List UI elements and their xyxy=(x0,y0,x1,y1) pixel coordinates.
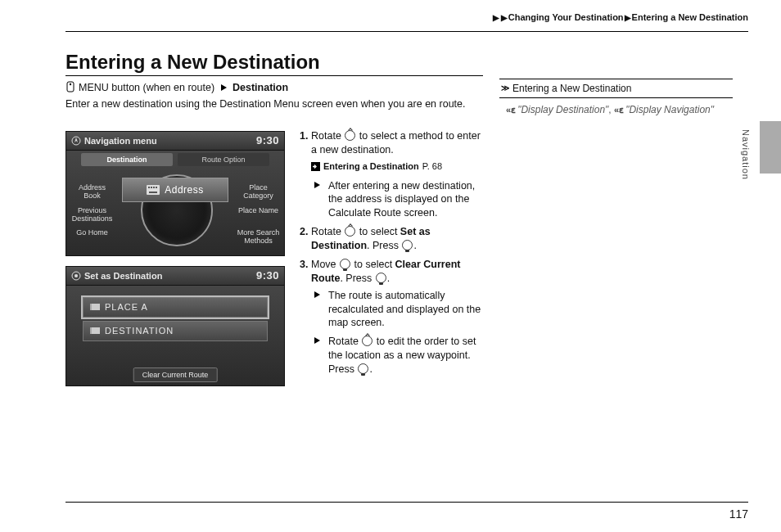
instruction-steps: Rotate to select a method to enter a new… xyxy=(293,129,481,381)
divider xyxy=(65,502,748,503)
sidebar: ≫ Entering a New Destination «ɛ"Display … xyxy=(499,79,733,116)
breadcrumb-page: Entering a New Destination xyxy=(632,12,748,22)
flag-icon xyxy=(90,327,100,334)
step-sub: After entering a new destination, the ad… xyxy=(311,179,481,221)
voice-icon: «ɛ xyxy=(506,105,516,115)
step-sub-text: After entering a new destination, the ad… xyxy=(328,179,481,221)
step-text: to select xyxy=(359,226,398,237)
wheel[interactable]: Address AddressBook PreviousDestinations… xyxy=(66,169,284,247)
svg-rect-7 xyxy=(156,187,157,188)
svg-rect-8 xyxy=(149,192,157,193)
wheel-item-place-category[interactable]: PlaceCategory xyxy=(236,184,281,201)
tab-route-option[interactable]: Route Option xyxy=(178,153,269,166)
flag-icon xyxy=(90,304,100,310)
info-icon: ≫ xyxy=(501,83,509,94)
bullet-icon xyxy=(314,291,320,298)
voice-cmd-2: "Display Navigation" xyxy=(625,104,714,115)
link-icon xyxy=(311,162,320,171)
bullet-icon xyxy=(314,337,320,344)
wheel-center-label: Address xyxy=(165,183,204,196)
screen-title: Navigation menu xyxy=(84,135,157,147)
svg-rect-3 xyxy=(147,185,160,195)
step-text: . Press xyxy=(367,240,399,251)
step-text: . Press xyxy=(340,273,372,284)
compass-icon xyxy=(71,136,81,146)
wheel-item-address-book[interactable]: AddressBook xyxy=(70,184,115,201)
page-title: Entering a New Destination xyxy=(65,49,320,75)
step-text: . xyxy=(387,273,390,284)
screen-titlebar: Set as Destination 9:30 xyxy=(66,267,284,286)
list-item-label: PLACE A xyxy=(105,301,148,313)
list-item-label: DESTINATION xyxy=(105,325,174,337)
voice-commands: «ɛ"Display Destination", «ɛ"Display Navi… xyxy=(499,98,733,116)
breadcrumb: ▶▶Changing Your Destination▶Entering a N… xyxy=(492,11,748,24)
voice-cmd-1: "Display Destination" xyxy=(517,104,608,115)
svg-point-1 xyxy=(70,83,71,85)
chevron-right-icon: ▶ xyxy=(501,13,508,22)
menu-path: MENU button (when en route) Destination xyxy=(65,81,288,95)
chevron-right-icon: ▶ xyxy=(493,13,499,22)
sidebar-heading: ≫ Entering a New Destination xyxy=(499,79,733,98)
breadcrumb-section: Changing Your Destination xyxy=(508,12,624,22)
divider xyxy=(65,31,748,32)
list-item-place[interactable]: PLACE A xyxy=(83,297,268,318)
chevron-right-icon xyxy=(221,84,227,91)
svg-rect-4 xyxy=(148,187,150,188)
rotate-dial-icon xyxy=(345,130,355,141)
menu-path-pre: MENU button (when en route) xyxy=(79,82,214,93)
rotate-dial-icon xyxy=(345,226,355,237)
menu-button-icon xyxy=(65,81,75,92)
clock: 9:30 xyxy=(256,133,279,148)
wheel-center-address[interactable]: Address xyxy=(122,178,228,202)
page-number: 117 xyxy=(729,507,748,522)
divider xyxy=(65,75,483,76)
screen-title: Set as Destination xyxy=(84,270,162,282)
clear-route-button[interactable]: Clear Current Route xyxy=(133,367,218,382)
rotate-dial-icon xyxy=(362,336,372,346)
xref-page: P. 68 xyxy=(422,160,442,173)
wheel-item-go-home[interactable]: Go Home xyxy=(70,229,115,237)
wheel-item-more-search[interactable]: More SearchMethods xyxy=(236,229,281,246)
step-sub: The route is automatically recalculated … xyxy=(311,289,481,331)
sidebar-heading-text: Entering a New Destination xyxy=(512,82,631,95)
chevron-right-icon: ▶ xyxy=(625,13,631,22)
list-item-destination[interactable]: DESTINATION xyxy=(83,321,268,341)
clock: 9:30 xyxy=(256,268,279,283)
step-text: Rotate xyxy=(311,130,341,142)
step-2: Rotate to select Set as Destination. Pre… xyxy=(311,225,481,253)
step-1: Rotate to select a method to enter a new… xyxy=(311,129,481,220)
push-button-icon xyxy=(358,363,368,374)
section-label: Navigation xyxy=(739,129,752,180)
keyboard-icon xyxy=(147,185,160,195)
step-sub-text: The route is automatically recalculated … xyxy=(328,289,481,331)
step-text: to select xyxy=(354,259,393,270)
xref-label: Entering a Destination xyxy=(323,160,419,173)
svg-point-10 xyxy=(74,274,78,277)
voice-icon: «ɛ xyxy=(614,105,624,115)
screen-titlebar: Navigation menu 9:30 xyxy=(66,132,284,151)
push-button-icon xyxy=(402,240,413,250)
wheel-item-previous[interactable]: PreviousDestinations xyxy=(70,207,115,223)
svg-rect-6 xyxy=(153,187,155,188)
bullet-icon xyxy=(314,182,320,188)
cross-reference: Entering a Destination P. 68 xyxy=(311,160,481,173)
move-dial-icon xyxy=(340,259,350,269)
thumb-tab xyxy=(760,121,781,174)
step-text: . xyxy=(413,240,416,251)
svg-rect-5 xyxy=(151,187,152,188)
screenshot-nav-menu: Navigation menu 9:30 Destination Route O… xyxy=(65,131,285,256)
step-3: Move to select Clear Current Route. Pres… xyxy=(311,258,481,376)
wheel-item-place-name[interactable]: Place Name xyxy=(236,207,281,215)
intro-text: Enter a new destination using the Destin… xyxy=(65,97,483,111)
step-text: Move xyxy=(311,259,336,270)
menu-path-dest: Destination xyxy=(232,82,288,93)
step-sub: Rotate to edit the order to set the loca… xyxy=(311,335,481,376)
target-icon xyxy=(71,271,81,281)
step-sub-text: Rotate to edit the order to set the loca… xyxy=(328,335,481,376)
step-text: Rotate xyxy=(311,226,341,237)
screenshot-set-destination: Set as Destination 9:30 PLACE A DESTINAT… xyxy=(65,266,285,386)
push-button-icon xyxy=(376,273,386,283)
tab-destination[interactable]: Destination xyxy=(81,153,173,166)
